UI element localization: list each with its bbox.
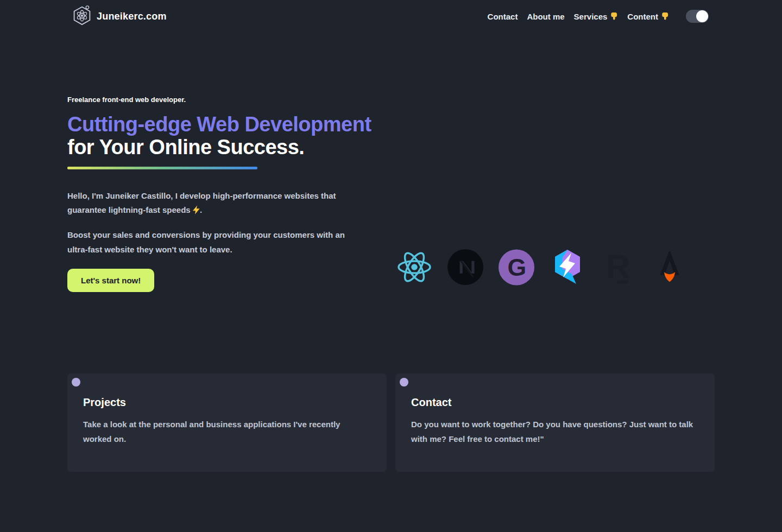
gradient-underline: [67, 167, 257, 169]
nav-about-me[interactable]: About me: [527, 12, 564, 21]
hero-paragraph-2: Boost your sales and conversions by prov…: [67, 228, 363, 257]
nav-contact-label: Contact: [488, 12, 518, 21]
gatsby-logo-icon: G: [499, 249, 534, 286]
react-logo-icon: [396, 249, 432, 286]
contact-card[interactable]: Contact Do you want to work together? Do…: [395, 373, 715, 472]
remix-logo-icon: R: [601, 249, 636, 286]
hero-eyebrow: Freelance front-end web developer.: [67, 96, 371, 104]
nav-contact[interactable]: Contact: [488, 12, 518, 21]
site-header: Juneikerc.com Contact About me Services …: [0, 0, 782, 33]
nextjs-logo-icon: [447, 249, 483, 286]
card-dot: [72, 378, 80, 387]
astro-logo-icon: [652, 249, 688, 286]
card-description: Do you want to work together? Do you hav…: [411, 417, 698, 446]
hero-title-accent: Cutting-edge Web Development: [67, 113, 371, 136]
feature-cards: Projects Take a look at the personal and…: [67, 373, 715, 472]
brand-logo-icon: [72, 4, 92, 28]
qwik-logo-icon: [550, 249, 585, 286]
brand[interactable]: Juneikerc.com: [72, 4, 167, 28]
card-dot: [400, 378, 408, 387]
main-nav: Contact About me Services Content: [488, 10, 709, 23]
pointing-down-icon: [661, 11, 669, 22]
projects-card[interactable]: Projects Take a look at the personal and…: [67, 373, 387, 472]
pointing-down-icon: [610, 11, 618, 22]
cta-button[interactable]: Let's start now!: [67, 269, 154, 292]
nav-services[interactable]: Services: [574, 11, 619, 22]
theme-toggle-knob: [696, 10, 708, 22]
hero-section: Freelance front-end web developer. Cutti…: [67, 96, 715, 292]
hero-title-rest: for Your Online Success.: [67, 136, 304, 159]
lightning-icon: [193, 205, 200, 219]
hero-paragraph-1-period: .: [200, 205, 202, 214]
hero-paragraph-1: Hello, I'm Juneiker Castillo, I develop …: [67, 189, 363, 219]
theme-toggle[interactable]: [686, 10, 709, 23]
card-title: Projects: [83, 396, 370, 409]
hero-title: Cutting-edge Web Developmentfor Your Onl…: [67, 113, 371, 159]
tech-logos-row: G R: [396, 249, 688, 286]
nav-content-label: Content: [627, 12, 658, 21]
svg-text:G: G: [508, 254, 527, 281]
brand-name: Juneikerc.com: [97, 11, 167, 22]
nav-content[interactable]: Content: [627, 11, 669, 22]
card-title: Contact: [411, 396, 698, 409]
card-description: Take a look at the personal and business…: [83, 417, 370, 446]
svg-text:R: R: [606, 249, 630, 285]
nav-services-label: Services: [574, 12, 608, 21]
nav-about-me-label: About me: [527, 12, 564, 21]
